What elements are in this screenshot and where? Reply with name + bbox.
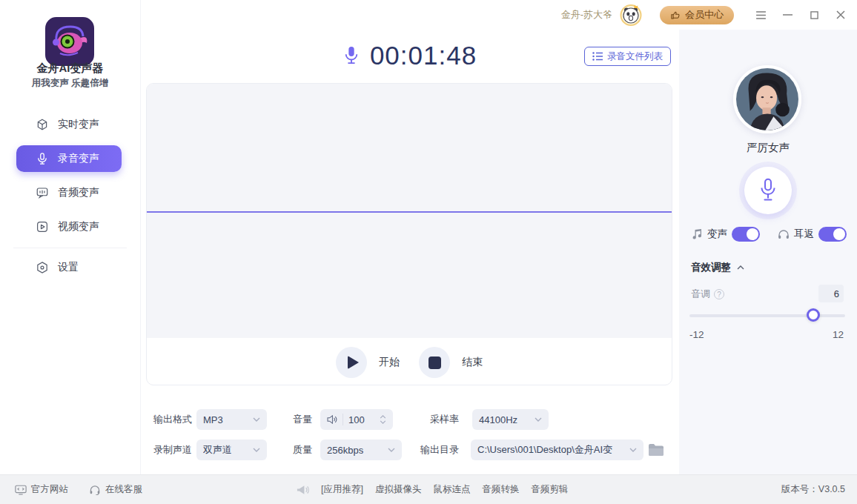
mic-icon <box>343 44 360 67</box>
app-tagline: 用我变声 乐趣倍增 <box>0 77 140 90</box>
chevron-down-icon <box>388 448 395 452</box>
output-dir-label: 输出目录 <box>420 440 459 460</box>
sidebar-item-label: 录音变声 <box>58 152 99 165</box>
pitch-max-label: 12 <box>833 329 844 340</box>
promo-audio-edit[interactable]: 音频剪辑 <box>531 483 568 496</box>
user-avatar[interactable] <box>620 4 642 26</box>
thumb-up-icon <box>670 10 681 20</box>
sidebar-item-audio[interactable]: 音频变声 <box>16 179 122 206</box>
monitor-toggle-group: 耳返 <box>778 227 847 242</box>
official-site-link[interactable]: 官方网站 <box>15 483 68 496</box>
effects-section-title: 音效调整 <box>691 261 731 274</box>
voice-panel: 严厉女声 变声 耳返 音效调整 <box>679 30 857 474</box>
voice-change-label: 变声 <box>707 228 727 241</box>
toggle-knob <box>833 228 845 240</box>
start-label: 开始 <box>379 356 400 369</box>
effects-section-header[interactable]: 音效调整 <box>691 261 744 274</box>
output-format-select[interactable]: MP3 <box>196 409 267 430</box>
main-area: 00:01:48 录音文件列表 开始 <box>141 30 679 474</box>
maximize-icon[interactable] <box>808 9 820 21</box>
pitch-label-row: 音调 ? <box>691 288 724 301</box>
record-controls: 开始 结束 <box>147 347 672 378</box>
monitor-toggle[interactable] <box>818 227 847 242</box>
monitor-icon <box>15 485 27 495</box>
quality-label: 质量 <box>293 440 312 460</box>
online-support-label: 在线客服 <box>105 483 142 496</box>
pitch-value: 6 <box>818 285 844 302</box>
waveform-display <box>147 84 672 338</box>
chevron-down-icon <box>253 417 260 422</box>
play-icon <box>348 356 359 369</box>
toggle-row: 变声 耳返 <box>691 227 850 242</box>
volume-spinner[interactable] <box>380 415 386 424</box>
statusbar-promos: [应用推荐] 虚拟摄像头 鼠标连点 音频转换 音频剪辑 <box>297 483 568 496</box>
headphones-icon <box>778 229 790 239</box>
cube-icon <box>36 118 49 131</box>
sidebar-item-realtime[interactable]: 实时变声 <box>16 111 122 138</box>
promo-virtual-camera[interactable]: 虚拟摄像头 <box>375 483 422 496</box>
file-list-label: 录音文件列表 <box>607 50 663 63</box>
sample-rate-select[interactable]: 44100Hz <box>472 409 549 430</box>
promo-audio-convert[interactable]: 音频转换 <box>482 483 519 496</box>
voice-avatar[interactable] <box>733 65 801 133</box>
output-dir-select[interactable]: C:\Users\001\Desktop\金舟AI变 <box>471 440 643 460</box>
sidebar-item-record[interactable]: 录音变声 <box>16 145 122 172</box>
folder-icon[interactable] <box>648 443 664 457</box>
sidebar-item-label: 实时变声 <box>58 118 99 131</box>
member-center-button[interactable]: 会员中心 <box>660 6 734 24</box>
monitor-label: 耳返 <box>794 228 814 241</box>
promo-app-recommend[interactable]: [应用推荐] <box>321 483 363 496</box>
start-button[interactable] <box>336 347 367 378</box>
stop-button[interactable] <box>419 347 450 378</box>
official-site-label: 官方网站 <box>31 483 68 496</box>
record-channel-label: 录制声道 <box>153 440 192 460</box>
quality-value: 256kbps <box>327 445 383 456</box>
chevron-down-icon <box>380 420 386 424</box>
volume-stepper[interactable]: 100 <box>320 409 393 430</box>
divider <box>343 414 343 425</box>
close-icon[interactable] <box>835 9 847 21</box>
voice-change-toggle[interactable] <box>732 227 760 242</box>
mic-icon <box>758 178 778 203</box>
recording-file-list-button[interactable]: 录音文件列表 <box>584 47 671 66</box>
output-format-value: MP3 <box>203 414 248 425</box>
titlebar: 金舟-苏大爷 会员中心 <box>141 0 857 30</box>
sidebar-item-label: 设置 <box>58 261 79 274</box>
statusbar: 官方网站 在线客服 [应用推荐] 虚拟摄像头 鼠标连点 音频转换 音频剪辑 版本… <box>0 474 857 504</box>
recording-timer: 00:01:48 <box>370 41 477 70</box>
sample-rate-label: 采样率 <box>430 409 459 430</box>
pitch-slider-knob[interactable] <box>807 308 820 322</box>
quality-select[interactable]: 256kbps <box>320 440 402 460</box>
voice-name: 严厉女声 <box>679 141 857 155</box>
chevron-up-icon <box>380 415 386 419</box>
sidebar-item-label: 音频变声 <box>58 186 99 199</box>
username: 金舟-苏大爷 <box>561 8 612 21</box>
chevron-down-icon <box>253 448 260 452</box>
pitch-slider[interactable] <box>689 314 845 317</box>
sample-rate-value: 44100Hz <box>479 414 530 425</box>
gear-icon <box>36 261 49 274</box>
headset-icon <box>89 485 101 495</box>
voice-change-toggle-group: 变声 <box>691 227 760 242</box>
audio-bubble-icon <box>36 186 49 199</box>
sidebar-item-settings[interactable]: 设置 <box>16 254 122 281</box>
app-window: 金舟-苏大爷 会员中心 <box>0 0 857 504</box>
version-label: 版本号：V3.0.5 <box>781 483 845 496</box>
menu-icon[interactable] <box>755 9 767 21</box>
voice-mic-button[interactable] <box>744 167 792 214</box>
help-icon[interactable]: ? <box>714 289 724 299</box>
chevron-down-icon <box>629 448 637 452</box>
waveform-center-line <box>147 211 672 213</box>
pitch-label: 音调 <box>691 288 710 301</box>
list-icon <box>592 52 603 61</box>
online-support-link[interactable]: 在线客服 <box>89 483 142 496</box>
sidebar-item-video[interactable]: 视频变声 <box>16 213 122 240</box>
recording-card: 开始 结束 <box>146 83 672 385</box>
record-channel-select[interactable]: 双声道 <box>196 440 267 460</box>
minimize-icon[interactable] <box>781 9 793 21</box>
chevron-up-icon <box>737 265 744 270</box>
speaker-icon <box>327 415 337 424</box>
promo-mouse-clicker[interactable]: 鼠标连点 <box>433 483 470 496</box>
stop-icon <box>428 357 441 369</box>
member-center-label: 会员中心 <box>685 8 724 21</box>
